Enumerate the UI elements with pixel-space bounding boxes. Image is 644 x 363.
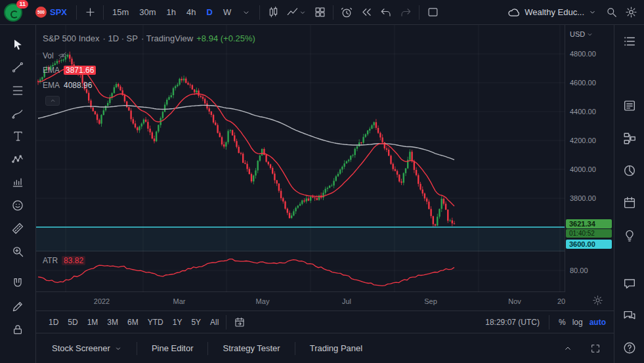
single-layout-icon: [427, 6, 439, 18]
interval-button-4h[interactable]: 4h: [182, 3, 200, 22]
interval-button-1d[interactable]: D: [202, 3, 217, 22]
tool-fib-retracement[interactable]: [5, 79, 30, 102]
bar-replay-button[interactable]: [357, 3, 376, 22]
chart-panes[interactable]: S&P 500 Index · 1D · SP · TradingView +8…: [36, 25, 614, 292]
plus-icon: [84, 6, 97, 18]
eye-off-icon[interactable]: [58, 51, 68, 60]
search-icon: [605, 6, 618, 18]
tab-label: Strategy Tester: [223, 343, 280, 353]
go-to-date-button[interactable]: [229, 314, 250, 330]
redo-button[interactable]: [397, 3, 415, 22]
interval-button-1h[interactable]: 1h: [162, 3, 181, 22]
tab-stock-screener[interactable]: Stock Screener: [45, 339, 129, 357]
time-axis[interactable]: 2022 Mar May Jul Sep Nov 20: [36, 292, 614, 311]
tool-emoji[interactable]: [5, 194, 30, 217]
hotlists-button[interactable]: [620, 162, 639, 179]
tab-label: Pine Editor: [152, 343, 194, 353]
calendar-button[interactable]: [620, 194, 639, 211]
alerts-button[interactable]: [620, 65, 639, 81]
divider: [295, 342, 295, 355]
interval-button-30m[interactable]: 30m: [135, 3, 160, 22]
drawing-toolbar: [0, 25, 36, 363]
range-5y[interactable]: 5Y: [186, 316, 205, 329]
alert-button[interactable]: [337, 3, 356, 22]
tab-trading-panel[interactable]: Trading Panel: [303, 339, 369, 357]
currency-selector[interactable]: USD: [570, 30, 593, 38]
undo-button[interactable]: [377, 3, 395, 22]
tool-drawing-mode[interactable]: [5, 295, 30, 318]
tool-forecast[interactable]: [5, 171, 30, 194]
ema-slow-legend[interactable]: EMA 4088.96: [43, 81, 92, 90]
tool-text[interactable]: [5, 125, 30, 148]
help-button[interactable]: [620, 340, 639, 356]
divider: [419, 5, 419, 20]
tool-cursor[interactable]: [5, 33, 30, 56]
tab-pine-editor[interactable]: Pine Editor: [145, 339, 200, 357]
range-3m[interactable]: 3M: [102, 316, 123, 329]
price-tick: 4400.00: [570, 108, 596, 116]
quick-search-button[interactable]: [602, 3, 620, 22]
tool-xabcd-pattern[interactable]: [5, 148, 30, 171]
object-tree-button[interactable]: [620, 130, 639, 146]
range-1d[interactable]: 1D: [44, 316, 63, 329]
atr-indicator-chart[interactable]: [36, 251, 565, 292]
atr-pane[interactable]: [36, 251, 565, 292]
log-scale-button[interactable]: log: [572, 318, 583, 327]
ideas-button[interactable]: [620, 227, 639, 244]
news-icon: [622, 98, 637, 113]
lightbulb-icon: [622, 228, 637, 242]
scales-settings-button[interactable]: [592, 295, 603, 306]
chevron-down-icon: [299, 9, 307, 16]
range-all[interactable]: All: [205, 316, 223, 329]
volume-legend[interactable]: Vol: [43, 51, 68, 60]
smiley-icon: [11, 199, 24, 212]
interval-dropdown-button[interactable]: [237, 3, 255, 22]
range-6m[interactable]: 6M: [123, 316, 143, 329]
tool-magnet-mode[interactable]: [5, 272, 30, 295]
range-ytd[interactable]: YTD: [143, 316, 168, 329]
legend-collapse-button[interactable]: [45, 96, 60, 106]
chart-settings-button[interactable]: [622, 3, 640, 22]
news-button[interactable]: [620, 98, 639, 114]
public-chat-button[interactable]: [620, 307, 639, 324]
price-tick: 3800.00: [570, 194, 596, 202]
clock-utc[interactable]: 18:29:07 (UTC): [485, 318, 540, 327]
price-pane[interactable]: [36, 25, 565, 251]
atr-legend[interactable]: ATR 83.82: [43, 256, 85, 265]
tool-brush[interactable]: [5, 102, 30, 125]
candlestick-chart[interactable]: [36, 25, 565, 251]
range-5d[interactable]: 5D: [63, 316, 82, 329]
watchlist-button[interactable]: [620, 33, 639, 49]
panel-maximize-button[interactable]: [586, 340, 605, 357]
tool-zoom[interactable]: [5, 240, 30, 263]
line-chart-icon: [286, 6, 299, 18]
private-chat-button[interactable]: [620, 275, 639, 291]
interval-button-15m[interactable]: 15m: [108, 3, 133, 22]
tab-strategy-tester[interactable]: Strategy Tester: [216, 339, 286, 357]
tool-lock-drawings[interactable]: [5, 318, 30, 341]
price-axis[interactable]: USD 4800.00 4600.00 4400.00 4200.00 4000…: [565, 25, 614, 292]
ruler-icon: [11, 222, 24, 235]
compare-add-symbol-button[interactable]: [81, 3, 99, 22]
interval-button-1w[interactable]: W: [219, 3, 236, 22]
percent-scale-button[interactable]: %: [559, 318, 566, 327]
templates-grid-button[interactable]: [311, 3, 329, 22]
panel-open-button[interactable]: [559, 340, 577, 357]
ema-slow-value: 4088.96: [64, 81, 92, 90]
tool-trend-line[interactable]: [5, 56, 30, 79]
tool-measure[interactable]: [5, 217, 30, 240]
save-layout-menu[interactable]: Wealthy Educ...: [507, 6, 597, 19]
brush-icon: [11, 107, 24, 120]
ema-fast-legend[interactable]: EMA 3871.66: [43, 66, 96, 75]
auto-scale-button[interactable]: auto: [590, 318, 606, 327]
user-menu-button[interactable]: 11: [4, 3, 26, 22]
range-1m[interactable]: 1M: [83, 316, 103, 329]
magnifier-icon: [11, 245, 24, 258]
range-1y[interactable]: 1Y: [168, 316, 187, 329]
layout-select-button[interactable]: [423, 3, 442, 22]
tab-label: Stock Screener: [52, 343, 110, 353]
chart-type-candles-button[interactable]: [264, 3, 282, 22]
symbol-search-button[interactable]: 500 SPX: [30, 3, 72, 22]
symbol-legend[interactable]: S&P 500 Index · 1D · SP · TradingView +8…: [43, 33, 255, 43]
indicators-button[interactable]: [284, 3, 309, 22]
